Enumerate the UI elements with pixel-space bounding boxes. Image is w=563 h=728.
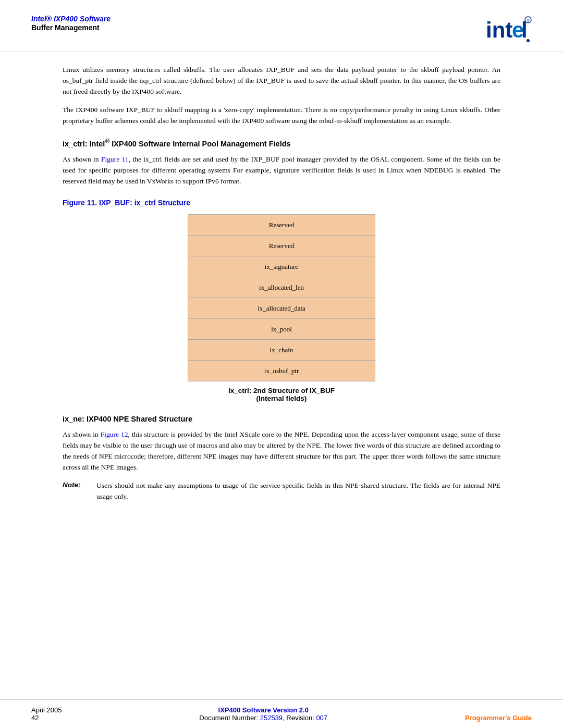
ixctrl-diagram: Reserved Reserved ix_signature ix_alloca… <box>188 214 375 381</box>
table-row: ix_osbuf_ptr <box>188 361 375 381</box>
diagram-caption: ix_ctrl: 2nd Structure of IX_BUF (Intern… <box>228 387 335 402</box>
header-title[interactable]: Intel® IXP400 Software <box>31 15 111 23</box>
note-label: Note: <box>63 480 96 489</box>
table-row: ix_chain <box>188 340 375 361</box>
page: Intel® IXP400 Software Buffer Management… <box>0 0 563 728</box>
note-block: Note: Users should not make any assumpti… <box>63 480 500 502</box>
diagram-cell-ix-osbuf-ptr: ix_osbuf_ptr <box>188 361 375 381</box>
footer-center-title-link[interactable]: IXP400 Software Version 2.0 <box>199 706 327 714</box>
table-row: ix_allocated_len <box>188 277 375 298</box>
diagram-cell-ix-signature: ix_signature <box>188 256 375 277</box>
header-title-link[interactable]: Intel® IXP400 Software <box>31 15 111 23</box>
diagram-cell-reserved-2: Reserved <box>188 236 375 256</box>
footer-right: Programmer's Guide <box>465 714 532 722</box>
note-text: Users should not make any assumptions to… <box>96 480 500 502</box>
page-header: Intel® IXP400 Software Buffer Management… <box>0 0 563 52</box>
diagram-cell-ix-pool: ix_pool <box>188 319 375 340</box>
caption-line-2: (Internal fields) <box>228 394 335 402</box>
diagram-container: Reserved Reserved ix_signature ix_alloca… <box>63 214 500 402</box>
footer-left: April 2005 42 <box>31 706 62 722</box>
caption-line-1: ix_ctrl: 2nd Structure of IX_BUF <box>228 387 335 394</box>
intel-logo-svg: int e l ® <box>485 15 532 43</box>
table-row: Reserved <box>188 215 375 236</box>
footer-date: April 2005 <box>31 706 62 714</box>
table-row: ix_pool <box>188 319 375 340</box>
footer-center: IXP400 Software Version 2.0 Document Num… <box>199 706 327 722</box>
doc-revision-link[interactable]: 007 <box>316 714 327 722</box>
p3-post: , the ix_ctrl fields are set and used by… <box>63 155 500 185</box>
paragraph-2: The IXP400 software IXP_BUF to skbuff ma… <box>63 105 500 127</box>
footer-page-number: 42 <box>31 714 62 722</box>
svg-text:int: int <box>486 18 512 42</box>
section-heading-ixctrl: ix_ctrl: Intel® IXP400 Software Internal… <box>63 138 500 149</box>
intel-logo: int e l ® <box>485 15 532 43</box>
page-footer: April 2005 42 IXP400 Software Version 2.… <box>0 699 563 728</box>
subsection-heading-ixne: ix_ne: IXP400 NPE Shared Structure <box>63 415 500 423</box>
p3-pre: As shown in <box>63 155 101 163</box>
paragraph-1: Linux utilizes memory structures called … <box>63 65 500 97</box>
doc-sep: , Revision: <box>283 714 316 722</box>
diagram-cell-ix-allocated-data: ix_allocated_data <box>188 298 375 319</box>
p4-post: , this structure is provided by the Inte… <box>63 430 500 471</box>
diagram-cell-reserved-1: Reserved <box>188 215 375 236</box>
table-row: Reserved <box>188 236 375 256</box>
table-row: ix_allocated_data <box>188 298 375 319</box>
header-subtitle: Buffer Management <box>31 23 111 32</box>
svg-text:®: ® <box>527 18 530 23</box>
registered-mark: ® <box>105 138 109 145</box>
svg-point-5 <box>527 39 530 42</box>
figure-heading-11: Figure 11. IXP_BUF: ix_ctrl Structure <box>63 199 500 207</box>
main-content: Linux utilizes memory structures called … <box>0 52 563 522</box>
paragraph-3: As shown in Figure 11, the ix_ctrl field… <box>63 154 500 187</box>
p4-pre: As shown in <box>63 430 101 438</box>
header-left: Intel® IXP400 Software Buffer Management <box>31 15 111 32</box>
diagram-cell-ix-chain: ix_chain <box>188 340 375 361</box>
table-row: ix_signature <box>188 256 375 277</box>
figure-12-link[interactable]: Figure 12 <box>101 430 128 438</box>
doc-number-link[interactable]: 252539 <box>260 714 283 722</box>
footer-doc-line: Document Number: 252539, Revision: 007 <box>199 714 327 722</box>
doc-prefix: Document Number: <box>199 714 260 722</box>
paragraph-4: As shown in Figure 12, this structure is… <box>63 429 500 473</box>
diagram-cell-ix-allocated-len: ix_allocated_len <box>188 277 375 298</box>
figure-11-link[interactable]: Figure 11 <box>101 155 129 163</box>
section-heading-text: ix_ctrl: Intel® IXP400 Software Internal… <box>63 140 291 148</box>
